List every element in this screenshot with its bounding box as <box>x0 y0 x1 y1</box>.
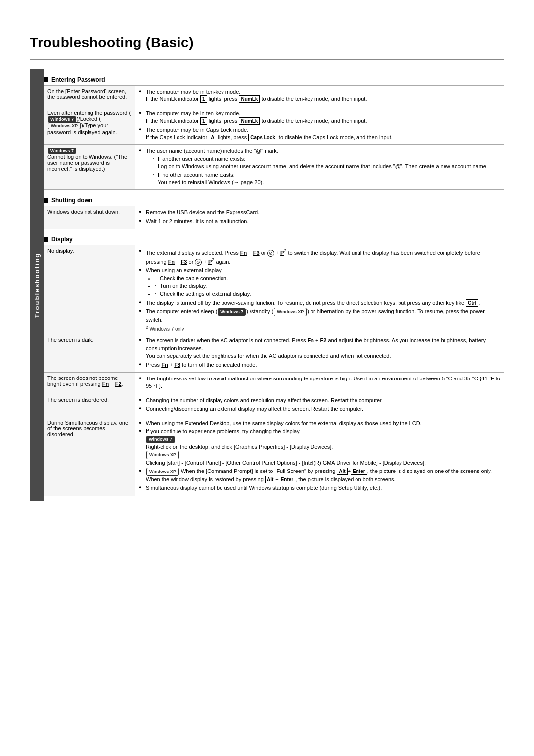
list-item: The screen is darker when the AC adaptor… <box>139 337 500 360</box>
sub-list-item: If no other account name exists: You nee… <box>153 171 500 187</box>
table-row: The screen is disordered. Changing the n… <box>44 394 504 417</box>
problem-cell: Windows does not shut down. <box>44 206 135 229</box>
sub-list-item: Check the settings of external display. <box>155 290 500 298</box>
problem-cell: The screen does not become bright even i… <box>44 373 135 394</box>
list-item: The brightness is set low to avoid malfu… <box>139 375 500 390</box>
problem-cell: Windows 7 Cannot log on to Windows. ("Th… <box>44 145 135 190</box>
list-item: Wait 1 or 2 minutes. It is not a malfunc… <box>139 218 500 225</box>
section-icon <box>44 77 48 82</box>
problem-cell: Even after entering the password (Window… <box>44 107 135 145</box>
list-item: Windows XP When the [Command Prompt] is … <box>139 468 500 483</box>
solution-cell: Remove the USB device and the ExpressCar… <box>135 206 504 229</box>
solution-cell: When using the Extended Desktop, use the… <box>135 417 504 496</box>
problem-cell: During Simultaneous display, one of the … <box>44 417 135 496</box>
table-row: Windows does not shut down. Remove the U… <box>44 206 504 229</box>
table-row: On the [Enter Password] screen, the pass… <box>44 86 504 107</box>
solution-cell: The user name (account name) includes th… <box>135 145 504 190</box>
list-item: The user name (account name) includes th… <box>139 147 500 186</box>
list-item: Remove the USB device and the ExpressCar… <box>139 209 500 216</box>
problem-cell: The screen is disordered. <box>44 394 135 417</box>
display-table: No display. The external display is sele… <box>44 245 504 496</box>
section-icon <box>44 237 48 242</box>
entering-password-table: On the [Enter Password] screen, the pass… <box>44 85 504 190</box>
solution-cell: The screen is darker when the AC adaptor… <box>135 334 504 373</box>
shutting-down-table: Windows does not shut down. Remove the U… <box>44 206 504 229</box>
solution-cell: The brightness is set low to avoid malfu… <box>135 373 504 394</box>
table-row: During Simultaneous display, one of the … <box>44 417 504 496</box>
footnote: 2 Windows 7 only <box>139 325 500 331</box>
table-row: Even after entering the password (Window… <box>44 107 504 145</box>
section-icon <box>44 198 48 203</box>
solution-cell: The computer may be in ten-key mode. If … <box>135 107 504 145</box>
section-shutting-down: Shutting down <box>44 197 504 204</box>
table-row: The screen does not become bright even i… <box>44 373 504 394</box>
list-item: The computer entered sleep (Windows 7) /… <box>139 308 500 324</box>
list-item: The computer may be in ten-key mode. If … <box>139 88 500 103</box>
sub-list-item: Check the cable connection. <box>155 275 500 282</box>
sub-list-item: If another user account name exists: Log… <box>153 155 500 171</box>
table-row: No display. The external display is sele… <box>44 245 504 334</box>
list-item: Connecting/disconnecting an external dis… <box>139 405 500 413</box>
list-item: The computer may be in Caps Lock mode. I… <box>139 126 500 142</box>
list-item: Simultaneous display cannot be used unti… <box>139 484 500 492</box>
solution-cell: The external display is selected. Press … <box>135 245 504 334</box>
main-content: Entering Password On the [Enter Password… <box>44 69 504 501</box>
list-item: Changing the number of display colors an… <box>139 397 500 404</box>
problem-cell: On the [Enter Password] screen, the pass… <box>44 86 135 107</box>
list-item: When using the Extended Desktop, use the… <box>139 420 500 427</box>
list-item: The computer may be in ten-key mode. If … <box>139 110 500 125</box>
problem-cell: The screen is dark. <box>44 334 135 373</box>
problem-cell: No display. <box>44 245 135 334</box>
sub-list-item: Turn on the display. <box>155 283 500 290</box>
section-title: Display <box>51 236 73 243</box>
section-display: Display <box>44 236 504 243</box>
title-divider <box>30 59 504 60</box>
solution-cell: The computer may be in ten-key mode. If … <box>135 86 504 107</box>
table-row: Windows 7 Cannot log on to Windows. ("Th… <box>44 145 504 190</box>
table-row: The screen is dark. The screen is darker… <box>44 334 504 373</box>
section-entering-password: Entering Password <box>44 76 504 83</box>
list-item: Press Fn + F8 to turn off the concealed … <box>139 361 500 369</box>
section-title: Entering Password <box>51 76 105 83</box>
list-item: The external display is selected. Press … <box>139 248 500 266</box>
list-item: When using an external display, Check th… <box>139 267 500 298</box>
section-title: Shutting down <box>51 197 92 204</box>
side-label: Troubleshooting <box>30 69 44 501</box>
page-title: Troubleshooting (Basic) <box>30 35 504 50</box>
solution-cell: Changing the number of display colors an… <box>135 394 504 417</box>
list-item: The display is turned off by the power-s… <box>139 299 500 307</box>
list-item: If you continue to experience problems, … <box>139 428 500 467</box>
